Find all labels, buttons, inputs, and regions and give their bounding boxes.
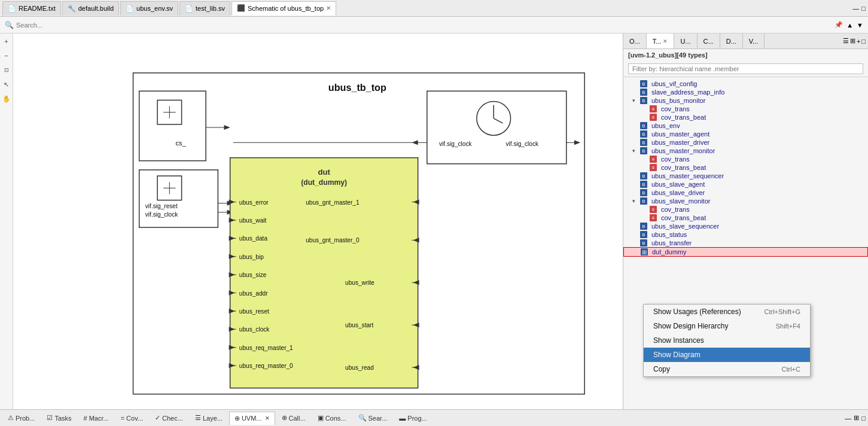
right-tab-u[interactable]: U... [674,34,697,48]
right-panel-add-icon[interactable]: + [857,38,860,45]
maximize-icon[interactable]: □ [861,5,866,12]
search-icon: 🔍 [5,21,14,29]
left-sidebar: + − ⊡ ↖ ✋ [0,34,13,409]
svg-text:ubus_gnt_master_1: ubus_gnt_master_1 [306,199,360,206]
expand-icon-14[interactable]: ▾ [632,198,638,204]
tree-item-8[interactable]: ▾Bubus_master_monitor [623,147,868,155]
tree-item-10[interactable]: ≡cov_trans_beat [623,163,868,172]
fit-icon[interactable]: ⊡ [1,65,12,75]
tree-item-0[interactable]: Bubus_vif_config [623,80,868,88]
right-tab-t-close[interactable]: ✕ [663,38,668,44]
laye-icon: ☰ [195,414,201,422]
chec-label: Chec... [162,415,183,422]
tree-label-6: ubus_master_agent [651,130,709,138]
svg-marker-8 [224,125,230,130]
bottom-tab-chec[interactable]: ✓ Chec... [150,412,188,425]
tree-label-7: ubus_master_driver [651,139,709,146]
tree-item-9[interactable]: ≡cov_trans [623,155,868,163]
tree-item-17[interactable]: Bubus_slave_sequencer [623,222,868,230]
bottom-tab-macr[interactable]: # Macr... [78,412,114,425]
tree-item-16[interactable]: ≡cov_trans_beat [623,214,868,222]
type-icon-7: B [640,139,647,146]
cov-icon: = [121,415,124,422]
tree-item-2[interactable]: ▾Bubus_bus_monitor [623,96,868,105]
context-menu-copy[interactable]: Copy Ctrl+C [644,362,810,376]
bottom-expand-icon[interactable]: □ [861,415,866,422]
right-tab-d[interactable]: D... [720,34,743,48]
nav-back-icon[interactable]: ▲ [846,22,853,29]
bottom-tab-tasks[interactable]: ☑ Tasks [41,412,77,425]
expand-icon-8[interactable]: ▾ [632,148,638,154]
tree-item-13[interactable]: Bubus_slave_driver [623,188,868,197]
type-icon-20: ⊞ [641,248,648,255]
tree-item-11[interactable]: Bubus_master_sequencer [623,172,868,180]
tree-item-1[interactable]: Bslave_address_map_info [623,88,868,96]
type-icon-11: B [640,172,647,179]
context-menu-show-instances-label: Show Instances [653,336,704,345]
bottom-tab-uvm[interactable]: ⊕ UVM... ✕ [229,412,275,425]
hand-icon[interactable]: ✋ [1,93,12,104]
search-input[interactable] [16,22,832,29]
tab-ubus-env[interactable]: 📄 ubus_env.sv [120,1,178,16]
nav-forward-icon[interactable]: ▼ [857,22,863,29]
filter-input[interactable] [628,63,863,74]
type-icon-13: B [640,189,647,196]
right-panel-max-icon[interactable]: □ [861,38,866,45]
svg-text:ubus_wait: ubus_wait [239,217,267,224]
tab-schematic[interactable]: ⬛ Schematic of ubus_tb_top ✕ [232,1,336,16]
right-tab-v[interactable]: V... [743,34,765,48]
bottom-tab-prob[interactable]: ⚠ Prob... [2,412,40,425]
tab-readme[interactable]: 📄 README.txt [2,1,61,16]
tree-item-4[interactable]: ≡cov_trans_beat [623,113,868,121]
tree-item-5[interactable]: Bubus_env [623,121,868,130]
context-menu-copy-shortcut: Ctrl+C [782,366,800,373]
tree-item-12[interactable]: Bubus_slave_agent [623,180,868,188]
bottom-minimize-icon[interactable]: — [845,415,851,422]
bottom-tab-call[interactable]: ⊕ Call... [276,412,311,425]
expand-icon-2[interactable]: ▾ [632,98,638,104]
tree-item-3[interactable]: ≡cov_trans [623,105,868,113]
bottom-tab-cov[interactable]: = Cov... [115,412,148,425]
pin-icon[interactable]: 📌 [835,21,843,29]
minimize-icon[interactable]: — [852,5,859,12]
types-header: [uvm-1.2_ubus][49 types] [623,49,868,61]
zoom-out-icon[interactable]: − [1,50,12,61]
tree-item-19[interactable]: Bubus_transfer [623,239,868,247]
arrow-icon[interactable]: ↖ [1,79,12,90]
tab-icon-schematic: ⬛ [237,4,245,12]
svg-text:ubus_tb_top: ubus_tb_top [328,82,386,93]
tab-close-schematic[interactable]: ✕ [326,5,331,11]
bottom-tab-laye[interactable]: ☰ Laye... [190,412,228,425]
tab-label-test-lib: test_lib.sv [196,5,225,12]
tab-test-lib[interactable]: 📄 test_lib.sv [179,1,230,16]
bottom-tab-sear[interactable]: 🔍 Sear... [353,412,393,425]
bottom-layout-icon[interactable]: ⊞ [854,414,859,422]
right-tab-t[interactable]: T... ✕ [647,34,675,48]
tree-label-0: ubus_vif_config [651,80,697,87]
context-menu-show-instances[interactable]: Show Instances [644,333,810,348]
tree-item-14[interactable]: ▾Bubus_slave_monitor [623,197,868,205]
context-menu-show-diagram[interactable]: Show Diagram [644,348,810,362]
tasks-icon: ☑ [47,414,53,422]
bottom-tab-prog[interactable]: ▬ Prog... [394,412,432,425]
context-menu-show-design-hierarchy[interactable]: Show Design Hierarchy Shift+F4 [644,319,810,333]
right-panel-layout-icon[interactable]: ⊞ [850,37,855,45]
tab-default-build[interactable]: 🔧 default.build [62,1,119,16]
bottom-tab-cons[interactable]: ▣ Cons... [312,412,352,425]
right-tab-o[interactable]: O... [623,34,647,48]
tab-label-schematic: Schematic of ubus_tb_top [248,5,324,12]
tree-item-20[interactable]: ⊞dut_dummy [623,247,868,257]
right-tab-u-label: U... [680,38,690,45]
right-panel-options-icon[interactable]: ☰ [843,37,849,45]
context-menu-show-usages[interactable]: Show Usages (References) Ctrl+Shift+G [644,305,810,319]
schematic-area[interactable]: ubus_tb_top cs_ vif.sig_reset vif.sig_cl… [13,34,623,409]
uvm-close[interactable]: ✕ [265,415,270,421]
type-icon-15: ≡ [650,206,657,213]
tree-item-6[interactable]: Bubus_master_agent [623,130,868,138]
tree-item-15[interactable]: ≡cov_trans [623,205,868,214]
tree-item-7[interactable]: Bubus_master_driver [623,138,868,147]
tree-item-18[interactable]: Bubus_status [623,230,868,239]
tree-label-10: cov_trans_beat [661,164,706,171]
right-tab-c[interactable]: C... [698,34,720,48]
zoom-in-icon[interactable]: + [1,36,12,47]
